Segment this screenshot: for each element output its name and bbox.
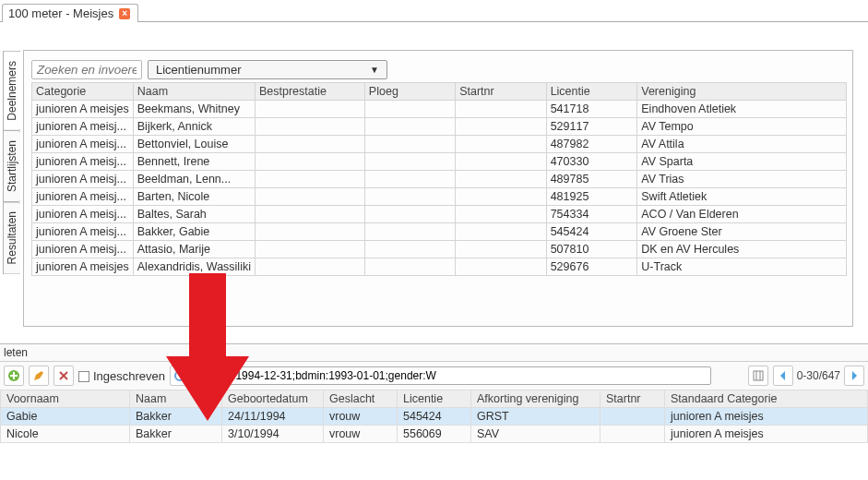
lcol-geslacht[interactable]: Geslacht <box>324 390 398 408</box>
table-row[interactable]: junioren A meisj...Baltes, Sarah754334AC… <box>32 206 847 223</box>
col-ploeg[interactable]: Ploeg <box>364 83 455 101</box>
participants-panel: Deelnemers Startlijsten Resultaten Licen… <box>23 50 853 327</box>
col-bestprestatie[interactable]: Bestprestatie <box>255 83 364 101</box>
pager-prev[interactable] <box>773 366 793 386</box>
table-row[interactable]: junioren A meisj...Bettonviel, Louise487… <box>32 136 847 153</box>
lcol-naam[interactable]: Naam <box>130 390 222 408</box>
lcol-voornaam[interactable]: Voornaam <box>1 390 130 408</box>
svg-point-2 <box>175 371 184 380</box>
table-row[interactable]: junioren A meisj...Bijkerk, Annick529117… <box>32 118 847 136</box>
search-input[interactable] <box>31 60 142 79</box>
tab-startlijsten[interactable]: Startlijsten <box>3 130 20 202</box>
col-startnr[interactable]: Startnr <box>456 83 546 101</box>
tab-deelnemers[interactable]: Deelnemers <box>3 51 21 131</box>
edit-button[interactable] <box>29 366 49 386</box>
lcol-licentie[interactable]: Licentie <box>398 390 471 408</box>
table-row[interactable]: junioren A meisj...Beeldman, Lenn...4897… <box>32 171 847 188</box>
search-mode-dropdown[interactable]: Licentienummer ▼ <box>148 60 387 79</box>
col-naam[interactable]: Naam <box>133 83 255 101</box>
lcol-geb[interactable]: Geboortedatum <box>222 390 324 408</box>
delete-button[interactable] <box>54 366 74 386</box>
table-row[interactable]: junioren A meisjesAlexandridis, Wassilik… <box>32 258 847 276</box>
table-row[interactable]: junioren A meisjesBeekmans, Whitney54171… <box>32 101 847 118</box>
table-row[interactable]: GabieBakker24/11/1994vrouw545424GRSTjuni… <box>1 408 868 426</box>
table-row[interactable]: junioren A meisj...Barten, Nicole481925S… <box>32 188 847 206</box>
dropdown-value: Licentienummer <box>156 63 242 77</box>
table-row[interactable]: junioren A meisj...Attasio, Marije507810… <box>32 241 847 258</box>
columns-button[interactable] <box>748 366 768 386</box>
participants-table: Categorie Naam Bestprestatie Ploeg Start… <box>31 82 847 276</box>
lcol-afk[interactable]: Afkorting vereniging <box>471 390 600 408</box>
svg-rect-3 <box>754 371 763 380</box>
add-button[interactable] <box>4 366 24 386</box>
event-tab[interactable]: 100 meter - Meisjes × <box>2 4 138 22</box>
pager-next[interactable] <box>844 366 864 386</box>
lower-panel-title: leten <box>0 344 868 362</box>
table-row[interactable]: junioren A meisj...Bakker, Gabie545424AV… <box>32 223 847 241</box>
close-icon[interactable]: × <box>119 8 130 19</box>
tab-title: 100 meter - Meisjes <box>8 6 113 20</box>
col-categorie[interactable]: Categorie <box>32 83 134 101</box>
chevron-down-icon: ▼ <box>370 65 379 75</box>
col-licentie[interactable]: Licentie <box>546 83 637 101</box>
table-row[interactable]: junioren A meisj...Bennett, Irene470330A… <box>32 153 847 171</box>
filter-input[interactable] <box>195 366 711 385</box>
filter-button[interactable] <box>170 366 190 386</box>
col-vereniging[interactable]: Vereniging <box>637 83 847 101</box>
pager-text: 0-30/647 <box>797 369 840 382</box>
lcol-startnr[interactable]: Startnr <box>600 390 665 408</box>
tab-resultaten[interactable]: Resultaten <box>3 201 20 274</box>
table-row[interactable]: NicoleBakker3/10/1994vrouw556069SAVjunio… <box>1 426 868 443</box>
athletes-table: Voornaam Naam Geboortedatum Geslacht Lic… <box>0 390 868 443</box>
lcol-std[interactable]: Standaard Categorie <box>665 390 868 408</box>
ingeschreven-checkbox[interactable]: Ingeschreven <box>78 369 165 383</box>
